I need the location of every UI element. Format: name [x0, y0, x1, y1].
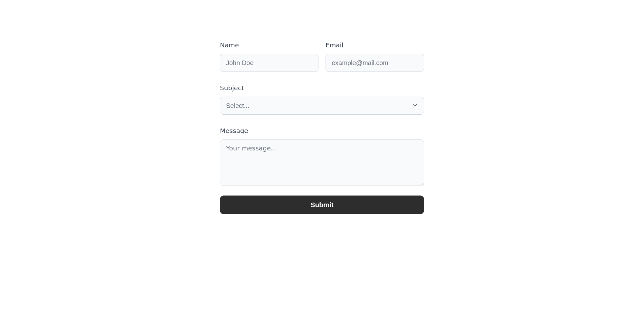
email-label: Email — [326, 41, 424, 49]
subject-label: Subject — [220, 84, 424, 92]
subject-select-wrapper: Select... — [220, 97, 424, 115]
name-label: Name — [220, 41, 318, 49]
subject-field-group: Subject Select... — [220, 84, 424, 115]
email-input[interactable] — [326, 54, 424, 72]
form-row: Name Email — [220, 41, 424, 72]
email-field-group: Email — [326, 41, 424, 72]
message-field-group: Message — [220, 127, 424, 186]
name-input[interactable] — [220, 54, 318, 72]
name-field-group: Name — [220, 41, 318, 72]
contact-form: Name Email Subject Select... Message Sub… — [220, 41, 424, 214]
message-label: Message — [220, 127, 424, 135]
submit-button[interactable]: Submit — [220, 196, 424, 214]
message-textarea[interactable] — [220, 139, 424, 186]
subject-select[interactable]: Select... — [220, 97, 424, 115]
